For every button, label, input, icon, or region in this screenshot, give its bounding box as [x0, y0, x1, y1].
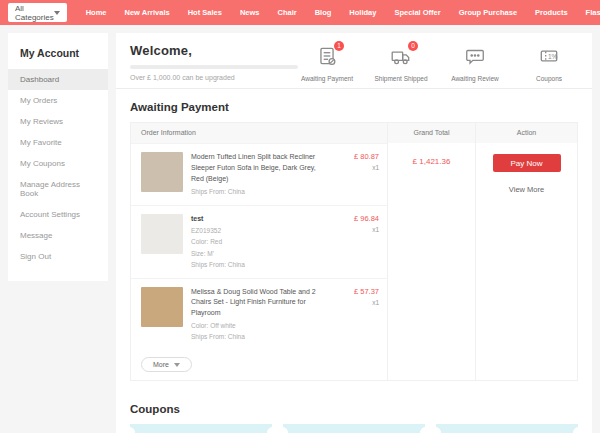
- upgrade-progress-bar: [130, 65, 298, 69]
- nav-item[interactable]: News: [231, 0, 269, 25]
- coupons-row: 35% Only 86% 09/04/2018 - 19/04/2018 Get…: [130, 424, 578, 433]
- nav-item[interactable]: Home: [77, 0, 116, 25]
- product-title[interactable]: Melissa & Doug Solid Wood Table and 2 Ch…: [191, 287, 323, 320]
- nav-item[interactable]: Flash Sale: [577, 0, 600, 25]
- nav-item[interactable]: Chair: [268, 0, 305, 25]
- welcome-title: Welcome,: [130, 43, 298, 58]
- nav-item[interactable]: Blog: [306, 0, 341, 25]
- sidebar-item[interactable]: Manage Address Book: [8, 174, 108, 204]
- sidebar-item[interactable]: Account Settings: [8, 204, 108, 225]
- column-header-action: Action: [476, 123, 577, 143]
- sidebar-item[interactable]: Message: [8, 225, 108, 246]
- sidebar-item[interactable]: My Coupons: [8, 153, 108, 174]
- coupons-section: Coupons 35% Only 86% 0: [116, 391, 592, 433]
- status-label: Awaiting Payment: [298, 75, 356, 82]
- awaiting-payment-section: Awaiting Payment Order Information Moder…: [116, 89, 592, 391]
- coupon-card: 35% Only 86% 09/04/2018 - 19/04/2018 Get…: [130, 424, 272, 433]
- upgrade-note: Over £ 1,000.00 can be upgraded: [130, 74, 298, 81]
- status-icons-row: 1 Awaiting Payment 0 Shipment Shipped: [298, 43, 578, 82]
- item-price: £ 96.84: [331, 214, 379, 223]
- coupon-percent: 70: [484, 428, 518, 433]
- column-header-grand-total: Grand Total: [388, 123, 475, 143]
- view-more-link[interactable]: View More: [476, 185, 577, 194]
- nav-item[interactable]: Special Offer: [385, 0, 449, 25]
- shipment-badge: 0: [408, 41, 418, 51]
- order-row: test EZ019352 Color: Red Size: M' Ships …: [131, 205, 387, 278]
- awaiting-payment-title: Awaiting Payment: [130, 101, 578, 113]
- coupons-title: Coupons: [130, 403, 578, 415]
- svg-text:1%: 1%: [548, 53, 558, 60]
- sidebar-item[interactable]: Sign Out: [8, 246, 108, 267]
- main-nav: Home New Arrivals Hot Sales News Chair B…: [77, 0, 600, 25]
- coupon-card: 50% Only 86% 09/04/2018 - 26/04/2018 Get…: [283, 424, 425, 433]
- pay-now-button[interactable]: Pay Now: [493, 154, 561, 172]
- categories-dropdown[interactable]: All Categories: [8, 3, 67, 22]
- item-quantity: x1: [331, 226, 379, 233]
- main-panel: Welcome, Over £ 1,000.00 can be upgraded…: [116, 33, 592, 433]
- status-label: Coupons: [520, 75, 578, 82]
- nav-item[interactable]: Holiday: [340, 0, 385, 25]
- status-shipment-shipped[interactable]: 0 Shipment Shipped: [372, 45, 430, 82]
- item-quantity: x1: [331, 164, 379, 171]
- product-title[interactable]: test: [191, 214, 323, 225]
- status-coupons[interactable]: 1% Coupons: [520, 45, 578, 82]
- status-awaiting-review[interactable]: Awaiting Review: [446, 45, 504, 82]
- account-sidebar: My Account Dashboard My Orders My Review…: [8, 33, 108, 281]
- product-details: Color: Off white Ships From: China: [191, 320, 323, 342]
- grand-total-value: £ 1,421.36: [388, 157, 475, 166]
- item-quantity: x1: [331, 299, 379, 306]
- status-label: Awaiting Review: [446, 75, 504, 82]
- product-image[interactable]: [141, 287, 183, 327]
- coupon-percent: 50: [331, 428, 365, 433]
- order-row: Modern Tufted Linen Split back Recliner …: [131, 143, 387, 205]
- chat-icon: [464, 45, 486, 67]
- product-details: Ships From: China: [191, 186, 323, 197]
- product-title[interactable]: Modern Tufted Linen Split back Recliner …: [191, 152, 323, 185]
- sidebar-item[interactable]: My Favorite: [8, 132, 108, 153]
- orders-table: Order Information Modern Tufted Linen Sp…: [130, 122, 578, 381]
- coupon-ticket: 50% Only 86%: [283, 424, 425, 433]
- more-button[interactable]: More: [141, 357, 192, 372]
- chevron-down-icon: [54, 11, 60, 15]
- order-row: Melissa & Doug Solid Wood Table and 2 Ch…: [131, 278, 387, 351]
- product-details: EZ019352 Color: Red Size: M' Ships From:…: [191, 225, 323, 269]
- nav-item[interactable]: Hot Sales: [179, 0, 231, 25]
- item-price: £ 57.37: [331, 287, 379, 296]
- chevron-down-icon: [174, 363, 180, 367]
- sidebar-item[interactable]: My Orders: [8, 90, 108, 111]
- nav-item[interactable]: Products: [526, 0, 577, 25]
- product-image[interactable]: [141, 214, 183, 254]
- more-button-label: More: [153, 361, 169, 368]
- status-label: Shipment Shipped: [372, 75, 430, 82]
- nav-item[interactable]: Group Purchase: [450, 0, 526, 25]
- status-awaiting-payment[interactable]: 1 Awaiting Payment: [298, 45, 356, 82]
- welcome-left: Welcome, Over £ 1,000.00 can be upgraded: [130, 43, 298, 82]
- awaiting-payment-badge: 1: [334, 41, 344, 51]
- sidebar-item[interactable]: Dashboard: [8, 69, 108, 90]
- product-image[interactable]: [141, 152, 183, 192]
- coupon-ticket: 70% Only 88%: [436, 424, 578, 433]
- welcome-section: Welcome, Over £ 1,000.00 can be upgraded…: [116, 33, 592, 89]
- coupon-ticket: 35% Only 86%: [130, 424, 272, 433]
- sidebar-title: My Account: [8, 43, 108, 69]
- categories-dropdown-label: All Categories: [15, 4, 54, 22]
- top-navigation-bar: All Categories Home New Arrivals Hot Sal…: [0, 0, 600, 25]
- sidebar-item[interactable]: My Reviews: [8, 111, 108, 132]
- nav-item[interactable]: New Arrivals: [116, 0, 179, 25]
- column-header-order-info: Order Information: [131, 123, 387, 143]
- coupon-percent: 35: [178, 428, 212, 433]
- ticket-icon: 1%: [538, 45, 560, 67]
- item-price: £ 80.87: [331, 152, 379, 161]
- coupon-card: 70% Only 88% 09/04/2018 - 18/07/2018 Get…: [436, 424, 578, 433]
